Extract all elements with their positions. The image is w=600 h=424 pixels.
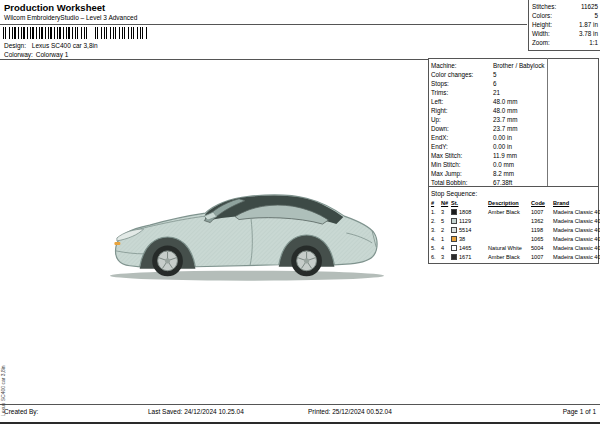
footer-divider (0, 404, 600, 405)
design-barcode (3, 27, 89, 39)
footer-printed: Printed: 25/12/2024 00.52.04 (308, 408, 392, 415)
stop-sequence-row: 4.1381065Madeira Classic 40 (431, 235, 596, 244)
thread-swatch (451, 227, 457, 233)
page-title: Production Worksheet (4, 2, 105, 13)
kv-row: Stops:6 (431, 79, 596, 88)
header-divider (0, 24, 527, 25)
app-subtitle: Wilcom EmbroideryStudio – Level 3 Advanc… (4, 14, 137, 21)
footer-page-number: Page 1 of 1 (563, 408, 596, 415)
kv-row: Colors:5 (532, 11, 598, 20)
kv-row: Zoom:1:1 (532, 38, 598, 47)
stop-sequence-panel: Stop Sequence: # N# St. Description Code… (428, 186, 599, 264)
kv-row: Trims:21 (431, 88, 596, 97)
machine-panel: Machine:Brother / BabylockColor changes:… (428, 58, 599, 187)
design-value: Lexus SC400 car 3,8in (32, 42, 98, 49)
kv-row: Width:3.78 in (532, 29, 598, 38)
footer-created-by: Created By: (4, 408, 38, 415)
stop-sequence-title: Stop Sequence: (431, 189, 596, 199)
stop-sequence-header: # N# St. Description Code Brand (431, 199, 596, 208)
production-worksheet-page: Production Worksheet Wilcom EmbroiderySt… (0, 0, 600, 424)
stop-sequence-row: 6.31671Amber Black1007Madeira Classic 40 (431, 253, 596, 262)
stop-sequence-row: 5.41465Natural White5004Madeira Classic … (431, 244, 596, 253)
car-shadow (110, 271, 384, 281)
thread-swatch (451, 254, 457, 260)
vertical-design-label: Lexus SC400 car 3,8in (0, 330, 7, 416)
kv-row: Max Jump:8.2 mm (431, 169, 596, 178)
kv-row: Right:48.0 mm (431, 106, 596, 115)
stop-sequence-row: 1.31808Amber Black1007Madeira Classic 40 (431, 208, 596, 217)
colorway-label: Colorway: (4, 51, 34, 58)
stats-panel: Stitches:11625Colors:5Height:1.87 inWidt… (528, 0, 600, 51)
col-code: Code (531, 199, 553, 208)
stop-sequence-row: 3.255141198Madeira Classic 40 (431, 226, 596, 235)
kv-row: Color changes:5 (431, 70, 596, 79)
kv-row: Min Stitch:0.0 mm (431, 160, 596, 169)
kv-row: Height:1.87 in (532, 20, 598, 29)
design-barcode-2 (95, 27, 149, 39)
kv-row: EndY:0.00 in (431, 142, 596, 151)
design-preview-car (102, 183, 390, 283)
kv-row: Down:23.7 mm (431, 124, 596, 133)
colorway-value: Colorway 1 (36, 51, 69, 58)
col-num: # (431, 199, 441, 208)
col-needle: N# (441, 199, 451, 208)
kv-row: Max Stitch:11.9 mm (431, 151, 596, 160)
thread-swatch (451, 236, 457, 242)
kv-row: EndX:0.00 in (431, 133, 596, 142)
col-brand: Brand (553, 199, 596, 208)
info-divider (0, 59, 428, 60)
stop-sequence-row: 2.511291362Madeira Classic 40 (431, 217, 596, 226)
colorway-row: Colorway: Colorway 1 (4, 51, 68, 58)
front-wheel (152, 245, 183, 276)
machine-panel-divider (547, 58, 548, 187)
thread-swatch (451, 218, 457, 224)
kv-row: Machine:Brother / Babylock (431, 61, 596, 70)
stop-sequence-rows: 1.31808Amber Black1007Madeira Classic 40… (431, 208, 596, 262)
col-stitch: St. (451, 199, 488, 208)
design-label: Design: (4, 42, 30, 49)
kv-row: Up:23.7 mm (431, 115, 596, 124)
footer-last-saved: Last Saved: 24/12/2024 10.25.04 (148, 408, 244, 415)
turn-signal (114, 242, 120, 245)
rear-wheel (291, 245, 322, 276)
design-row: Design: Lexus SC400 car 3,8in (4, 42, 98, 49)
thread-swatch (451, 245, 457, 251)
kv-row: Stitches:11625 (532, 2, 598, 11)
thread-swatch (451, 209, 457, 215)
kv-row: Left:48.0 mm (431, 97, 596, 106)
col-description: Description (488, 199, 531, 208)
